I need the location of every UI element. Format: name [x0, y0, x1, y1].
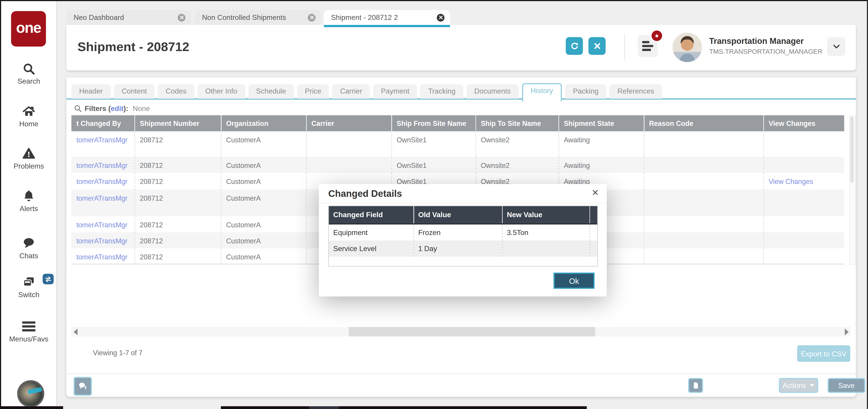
filters-edit-link[interactable]: edit: [111, 104, 124, 112]
close-record-button[interactable]: [588, 37, 606, 55]
tab-documents[interactable]: Documents: [466, 84, 519, 99]
close-tab-icon[interactable]: [178, 13, 185, 21]
close-tab-icon[interactable]: [308, 13, 315, 21]
refresh-button[interactable]: [566, 37, 583, 55]
changed-by-link[interactable]: tomerATransMgr: [76, 253, 127, 261]
col-organization[interactable]: Organization: [221, 115, 306, 131]
tab-carrier[interactable]: Carrier: [332, 84, 370, 99]
ok-button[interactable]: Ok: [554, 273, 594, 289]
chat-bubbles-icon: [78, 381, 88, 391]
modal-header-row: Changed Field Old Value New Value: [329, 206, 597, 224]
sidebar-item-home[interactable]: Home: [1, 105, 57, 128]
modal-col-spacer: [590, 206, 597, 224]
cell-organization: CustomerA: [221, 131, 306, 157]
cell-ship-to: Ownsite2: [475, 157, 559, 173]
favorites-star-badge[interactable]: ★: [651, 29, 663, 42]
table-horizontal-scrollbar[interactable]: [71, 327, 851, 337]
warning-icon: [22, 147, 35, 160]
cell-reason: [644, 189, 764, 216]
cell-state: Awaiting: [559, 131, 644, 157]
sidebar-item-switch[interactable]: Switch: [1, 275, 57, 299]
tab-packing[interactable]: Packing: [565, 84, 606, 99]
v-scrollbar-thumb[interactable]: [850, 116, 854, 183]
workspace-tab-neo-dashboard[interactable]: Neo Dashboard: [66, 10, 191, 25]
tab-history[interactable]: History: [522, 83, 562, 101]
modal-cell-field: Equipment: [329, 224, 413, 241]
switch-cards-icon: [22, 275, 35, 289]
cell-shipment-number: 208712: [134, 232, 221, 249]
cell-reason: [644, 173, 764, 189]
modal-cell-field: Service Level: [329, 240, 413, 257]
workspace-tab-shipment[interactable]: Shipment - 208712 2: [324, 10, 450, 25]
sidebar-item-alerts[interactable]: Alerts: [1, 189, 57, 213]
changed-by-link[interactable]: tomerATransMgr: [76, 195, 127, 202]
col-ship-to[interactable]: Ship To Site Name: [475, 115, 559, 131]
tab-schedule[interactable]: Schedule: [248, 84, 294, 99]
cell-shipment-number: 208712: [134, 131, 221, 157]
chat-bubble-icon: [22, 237, 35, 250]
col-ship-from[interactable]: Ship From Site Name: [391, 115, 475, 131]
tab-content[interactable]: Content: [114, 84, 154, 99]
close-icon: [592, 41, 601, 50]
save-button[interactable]: Save: [828, 378, 865, 393]
col-view-changes[interactable]: View Changes: [764, 115, 844, 131]
export-to-csv-button[interactable]: Export to CSV: [797, 345, 850, 362]
changed-by-link[interactable]: tomerATransMgr: [76, 162, 127, 170]
changed-by-link[interactable]: tomerATransMgr: [76, 136, 127, 144]
scroll-left-arrow[interactable]: [73, 328, 78, 335]
cell-shipment-number: 208712: [134, 249, 221, 264]
h-scrollbar-thumb[interactable]: [349, 327, 595, 337]
copy-button[interactable]: [688, 378, 703, 393]
col-carrier[interactable]: Carrier: [306, 115, 392, 131]
col-shipment-state[interactable]: Shipment State: [559, 115, 644, 131]
tab-price[interactable]: Price: [297, 84, 329, 99]
chat-button[interactable]: [73, 377, 92, 396]
view-changes-link[interactable]: View Changes: [769, 178, 813, 185]
tab-payment[interactable]: Payment: [373, 84, 417, 99]
window-border-left: [0, 0, 1, 409]
table-row: tomerATransMgr 208712 CustomerA OwnSite1…: [71, 131, 844, 157]
user-avatar[interactable]: [673, 33, 702, 62]
col-last-changed-by[interactable]: t Changed By: [71, 115, 134, 131]
workspace-tab-non-controlled-shipments[interactable]: Non Controlled Shipments: [195, 10, 321, 25]
modal-title: Changed Details: [328, 188, 402, 200]
table-vertical-scrollbar[interactable]: [849, 115, 856, 265]
sidebar-item-search[interactable]: Search: [1, 62, 57, 85]
tab-codes[interactable]: Codes: [158, 84, 194, 99]
sidebar-item-menus-favs[interactable]: Menus/Favs: [1, 319, 57, 343]
one-logo-text: one: [16, 20, 41, 37]
close-tab-icon[interactable]: [437, 13, 444, 21]
sidebar-item-chats[interactable]: Chats: [1, 237, 57, 260]
tab-references[interactable]: References: [610, 84, 662, 99]
table-row: tomerATransMgr 208712 CustomerA OwnSite1…: [71, 157, 844, 173]
scroll-right-arrow[interactable]: [845, 328, 848, 335]
cell-organization: CustomerA: [221, 232, 306, 249]
actions-button[interactable]: Actions: [779, 378, 818, 393]
one-logo[interactable]: one: [11, 11, 46, 47]
tab-header[interactable]: Header: [71, 84, 111, 99]
workspace-tab-label: Non Controlled Shipments: [195, 13, 308, 22]
workspace-tab-label: Neo Dashboard: [66, 13, 178, 22]
tab-other-info[interactable]: Other Info: [197, 84, 245, 99]
cell-ship-from: OwnSite1: [391, 157, 475, 173]
user-menu-button[interactable]: [827, 37, 845, 56]
changed-by-link[interactable]: tomerATransMgr: [76, 237, 127, 245]
changed-by-link[interactable]: tomerATransMgr: [76, 221, 127, 229]
hamburger-icon: [22, 319, 35, 333]
modal-col-new-value: New Value: [502, 206, 590, 224]
user-name: Transportation Manager: [709, 36, 804, 46]
modal-title-separator: [319, 203, 607, 203]
col-reason-code[interactable]: Reason Code: [644, 115, 764, 131]
cell-state: Awaiting: [559, 157, 644, 173]
modal-cell-new: 3.5Ton: [502, 224, 590, 241]
changed-by-link[interactable]: tomerATransMgr: [76, 178, 127, 185]
filters-bar: Filters (edit): None: [73, 103, 150, 113]
cell-view-changes: [764, 216, 844, 232]
cell-view-changes: [764, 157, 844, 173]
col-shipment-number[interactable]: Shipment Number: [134, 115, 221, 131]
switch-toggle-badge[interactable]: [43, 274, 54, 285]
assistant-avatar[interactable]: [17, 380, 44, 407]
modal-close-icon[interactable]: ✕: [592, 187, 599, 198]
sidebar-item-problems[interactable]: Problems: [1, 147, 57, 170]
tab-tracking[interactable]: Tracking: [421, 84, 463, 99]
